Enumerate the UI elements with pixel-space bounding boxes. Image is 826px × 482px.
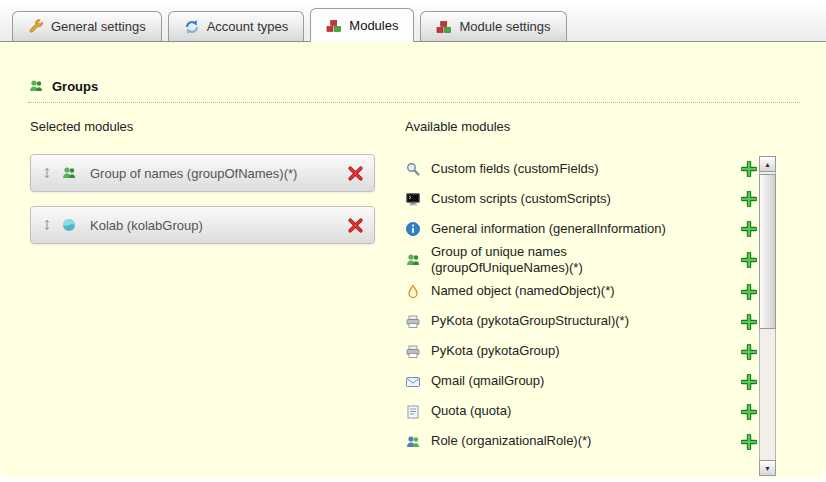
selected-modules-heading: Selected modules xyxy=(30,119,375,134)
available-module-row: General information (generalInformation) xyxy=(405,214,757,244)
delete-icon[interactable] xyxy=(347,217,364,234)
sync-icon xyxy=(184,19,200,35)
available-module-row: Named object (namedObject)(*) xyxy=(405,277,757,307)
droplet-icon xyxy=(405,284,421,300)
selected-module-row: Kolab (kolabGroup) xyxy=(30,206,375,244)
add-icon[interactable] xyxy=(741,191,757,207)
available-module-row: Custom scripts (customScripts) xyxy=(405,184,757,214)
available-module-label: Custom fields (customFields) xyxy=(431,161,699,177)
tab-general-settings[interactable]: General settings xyxy=(12,11,162,41)
groups-icon xyxy=(28,78,44,94)
available-module-row: Group of unique names (groupOfUniqueName… xyxy=(405,244,757,277)
available-module-label: PyKota (pykotaGroupStructural)(*) xyxy=(431,313,699,329)
selected-modules-column: Selected modules Group of names (groupOf… xyxy=(30,119,375,457)
tab-label: Account types xyxy=(207,19,289,34)
document-icon xyxy=(405,404,421,420)
drag-handle-icon[interactable] xyxy=(41,218,53,232)
tab-account-types[interactable]: Account types xyxy=(168,11,305,41)
terminal-icon xyxy=(405,191,421,207)
selected-module-row: Group of names (groupOfNames)(*) xyxy=(30,154,375,192)
content-area: Groups Selected modules Group of names (… xyxy=(0,42,826,478)
add-icon[interactable] xyxy=(741,221,757,237)
available-module-label: Custom scripts (customScripts) xyxy=(431,191,699,207)
info-icon xyxy=(405,221,421,237)
scrollbar[interactable]: ▲ ▼ xyxy=(759,156,776,476)
mail-icon xyxy=(405,374,421,390)
tab-module-settings[interactable]: Module settings xyxy=(420,11,566,41)
available-modules-heading: Available modules xyxy=(405,119,826,134)
available-module-label: Role (organizationalRole)(*) xyxy=(431,433,699,449)
available-module-row: PyKota (pykotaGroupStructural)(*) xyxy=(405,307,757,337)
tab-label: Modules xyxy=(349,18,398,33)
scroll-up-button[interactable]: ▲ xyxy=(759,156,776,172)
available-module-label: PyKota (pykotaGroup) xyxy=(431,343,699,359)
delete-icon[interactable] xyxy=(347,165,364,182)
scrollbar-thumb[interactable] xyxy=(759,174,776,329)
scroll-down-button[interactable]: ▼ xyxy=(759,460,776,476)
tab-modules[interactable]: Modules xyxy=(310,8,414,42)
modules-icon xyxy=(436,19,452,35)
available-module-row: Role (organizationalRole)(*) xyxy=(405,427,757,457)
magnifier-icon xyxy=(405,161,421,177)
add-icon[interactable] xyxy=(741,161,757,177)
available-module-label: Group of unique names (groupOfUniqueName… xyxy=(431,244,699,277)
group-icon xyxy=(405,252,421,268)
tab-label: General settings xyxy=(51,19,146,34)
section-title: Groups xyxy=(52,79,98,94)
available-module-label: Qmail (qmailGroup) xyxy=(431,373,699,389)
printer-icon xyxy=(405,314,421,330)
add-icon[interactable] xyxy=(741,374,757,390)
add-icon[interactable] xyxy=(741,344,757,360)
tab-bar: General settings Account types Modules M… xyxy=(0,0,826,42)
selected-module-label: Kolab (kolabGroup) xyxy=(90,218,339,233)
add-icon[interactable] xyxy=(741,284,757,300)
available-modules-column: Available modules Custom fields (customF… xyxy=(405,119,826,457)
available-module-label: Quota (quota) xyxy=(431,403,699,419)
add-icon[interactable] xyxy=(741,314,757,330)
module-columns: Selected modules Group of names (groupOf… xyxy=(0,119,826,457)
wrench-icon xyxy=(28,19,44,35)
available-module-label: Named object (namedObject)(*) xyxy=(431,283,699,299)
available-module-row: Qmail (qmailGroup) xyxy=(405,367,757,397)
group-icon xyxy=(61,165,77,181)
selected-modules-list: Group of names (groupOfNames)(*)Kolab (k… xyxy=(30,154,375,244)
add-icon[interactable] xyxy=(741,252,757,268)
add-icon[interactable] xyxy=(741,434,757,450)
role-icon xyxy=(405,434,421,450)
drag-handle-icon[interactable] xyxy=(41,166,53,180)
add-icon[interactable] xyxy=(741,404,757,420)
available-module-row: PyKota (pykotaGroup) xyxy=(405,337,757,367)
tab-label: Module settings xyxy=(459,19,550,34)
selected-module-label: Group of names (groupOfNames)(*) xyxy=(90,166,339,181)
lam-config-page: General settings Account types Modules M… xyxy=(0,0,826,482)
available-module-label: General information (generalInformation) xyxy=(431,221,699,237)
kolab-icon xyxy=(61,217,77,233)
modules-icon xyxy=(326,18,342,34)
printer-icon xyxy=(405,344,421,360)
section-divider xyxy=(28,102,800,103)
section-header: Groups xyxy=(0,42,826,94)
available-module-row: Custom fields (customFields) xyxy=(405,154,757,184)
available-module-row: Quota (quota) xyxy=(405,397,757,427)
